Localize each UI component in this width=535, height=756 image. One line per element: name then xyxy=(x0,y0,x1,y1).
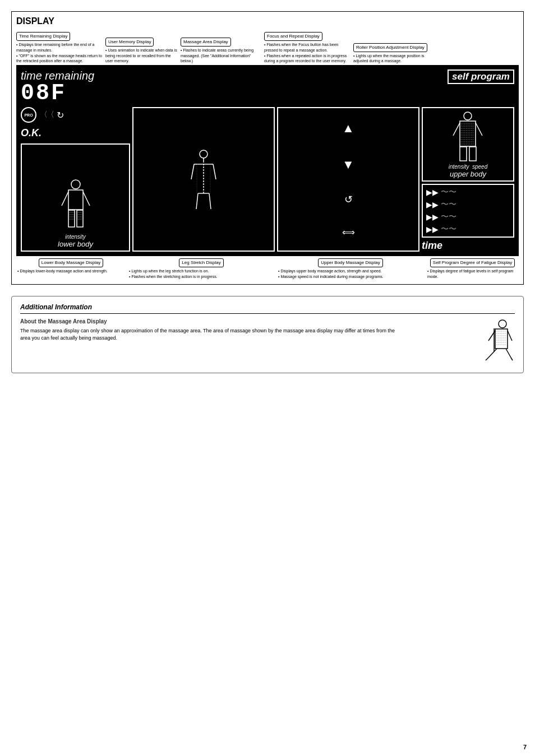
panel-right-area: intensity speed upper body ▶▶ 〜〜 ▶▶ 〜〜 xyxy=(422,107,514,252)
self-program-display-box: ▶▶ 〜〜 ▶▶ 〜〜 ▶▶ 〜〜 ▶▶ 〜〜 xyxy=(422,184,514,238)
down-arrow-icon: ▼ xyxy=(342,157,354,172)
svg-line-29 xyxy=(476,123,482,136)
intensity-lower-text: intensity xyxy=(65,234,86,240)
svg-rect-2 xyxy=(68,210,75,227)
svg-rect-3 xyxy=(77,210,83,227)
upper-body-figure xyxy=(450,110,486,164)
label-massage-area: Massage Area Display xyxy=(181,38,231,47)
annot-time-remaining: Time Remaining Display • Displays time r… xyxy=(16,32,103,64)
desc-leg-stretch: • Lights up when the leg stretch functio… xyxy=(128,268,275,280)
intensity-speed-text: intensity speed xyxy=(449,164,488,170)
desc-user-memory: • Uses animation to indicate when data i… xyxy=(105,48,178,64)
svg-line-47 xyxy=(511,358,513,360)
svg-line-46 xyxy=(486,358,488,360)
label-fatigue: Self Program Degree of Fatigue Display xyxy=(430,258,515,267)
bottom-annotations: Lower Body Massage Display • Displays lo… xyxy=(16,258,519,280)
display-title: DISPLAY xyxy=(16,16,519,26)
desc-fatigue: • Displays degree of fatigue levels in s… xyxy=(426,268,519,280)
svg-line-21 xyxy=(196,193,198,209)
sitting-figure-svg xyxy=(472,318,514,366)
sp-row-1: ▶▶ 〜〜 xyxy=(426,187,510,197)
sp-row-4: ▶▶ 〜〜 xyxy=(426,224,510,234)
lower-body-label: lower body xyxy=(58,240,93,248)
svg-line-43 xyxy=(508,331,512,341)
pro-badge: PRO xyxy=(21,107,36,123)
label-focus-repeat: Focus and Repeat Display xyxy=(264,32,322,41)
svg-rect-27 xyxy=(469,147,476,161)
panel-center-area: ▲ ▼ ↺ ⟺ xyxy=(132,107,419,252)
display-panel: time remaining 08F self program PRO xyxy=(16,65,519,256)
page-container: DISPLAY Time Remaining Display • Display… xyxy=(11,11,524,373)
label-lower-body: Lower Body Massage Display xyxy=(39,258,103,267)
annot-focus-repeat: Focus and Repeat Display • Flashes when … xyxy=(264,32,351,64)
annot-leg-stretch: Leg Stretch Display • Lights up when the… xyxy=(128,258,275,280)
page-number: 7 xyxy=(523,744,527,750)
label-user-memory: User Memory Display xyxy=(105,38,154,47)
label-time-remaining: Time Remaining Display xyxy=(16,32,70,41)
user-memory-area: PRO 〈〈 ↻ xyxy=(21,107,130,123)
panel-left-area: PRO 〈〈 ↻ O.K. xyxy=(21,107,130,252)
svg-point-24 xyxy=(464,112,472,120)
svg-rect-1 xyxy=(68,190,83,210)
additional-info-figure xyxy=(470,318,515,366)
time-text: time xyxy=(422,240,514,252)
desc-roller-position: • Lights up when the massage position is… xyxy=(353,53,432,64)
svg-rect-25 xyxy=(460,121,476,146)
additional-info-body: The massage area display can only show a… xyxy=(20,327,402,342)
svg-line-22 xyxy=(209,193,211,209)
additional-info-text-area: About the Massage Area Display The massa… xyxy=(20,318,464,366)
panel-top-row: time remaining 08F self program xyxy=(21,69,514,105)
svg-point-40 xyxy=(499,320,506,328)
self-program-text: self program xyxy=(448,69,514,84)
svg-rect-26 xyxy=(460,147,467,161)
up-arrow-icon: ▲ xyxy=(342,121,354,136)
massage-area-figure xyxy=(188,149,219,210)
svg-point-14 xyxy=(200,150,207,158)
display-section: DISPLAY Time Remaining Display • Display… xyxy=(11,11,524,285)
additional-info-title: Additional Information xyxy=(20,303,515,314)
annot-lower-body-bottom: Lower Body Massage Display • Displays lo… xyxy=(16,258,126,280)
desc-lower-body: • Displays lower-body massage action and… xyxy=(16,268,126,274)
digit-display: 08F xyxy=(21,82,94,105)
desc-massage-area: • Flashes to indicate areas currently be… xyxy=(181,48,262,64)
panel-left-top: time remaining 08F xyxy=(21,69,94,105)
upper-body-panel: intensity speed upper body xyxy=(422,107,514,182)
annot-upper-body-bottom: Upper Body Massage Display • Displays up… xyxy=(277,258,424,280)
center-displays: ▲ ▼ ↺ ⟺ xyxy=(132,107,419,252)
leftright-icon: ⟺ xyxy=(342,227,355,238)
svg-line-18 xyxy=(191,164,194,179)
additional-info-subtitle: About the Massage Area Display xyxy=(20,318,464,324)
svg-line-28 xyxy=(453,123,460,136)
sp-row-2: ▶▶ 〜〜 xyxy=(426,200,510,210)
sp-row-3: ▶▶ 〜〜 xyxy=(426,212,510,222)
upper-body-panel-label: upper body xyxy=(450,170,486,178)
desc-time-remaining: • Displays time remaining before the end… xyxy=(16,42,103,64)
svg-line-4 xyxy=(62,192,68,206)
additional-info-body-area: About the Massage Area Display The massa… xyxy=(20,318,515,366)
panel-mid: PRO 〈〈 ↻ O.K. xyxy=(21,107,514,252)
desc-focus-repeat: • Flashes when the Focus button has been… xyxy=(264,42,351,64)
lower-body-figure-svg xyxy=(56,178,95,234)
svg-line-45 xyxy=(506,349,511,358)
refresh-icon: ↻ xyxy=(57,110,64,120)
svg-rect-41 xyxy=(495,329,508,349)
self-program-box: self program xyxy=(448,69,514,105)
svg-point-0 xyxy=(71,180,80,189)
animation-lines: 〈〈 xyxy=(40,110,53,120)
ok-text: O.K. xyxy=(21,127,130,139)
lower-body-silhouette: intensity lower body xyxy=(21,143,130,252)
focus-repeat-panel: ▲ ▼ ↺ ⟺ xyxy=(277,107,419,252)
annot-massage-area: Massage Area Display • Flashes to indica… xyxy=(181,38,262,64)
svg-line-5 xyxy=(83,192,90,206)
label-roller-position: Roller Position Adjustment Display xyxy=(353,43,427,52)
repeat-icon: ↺ xyxy=(344,193,353,206)
additional-info-section: Additional Information About the Massage… xyxy=(11,296,524,373)
annot-fatigue: Self Program Degree of Fatigue Display •… xyxy=(426,258,519,280)
svg-line-44 xyxy=(488,349,497,358)
annot-roller-position: Roller Position Adjustment Display • Lig… xyxy=(353,43,432,64)
annot-user-memory: User Memory Display • Uses animation to … xyxy=(105,38,178,64)
desc-upper-body: • Displays upper body massage action, st… xyxy=(277,268,424,280)
massage-area-panel xyxy=(132,107,275,252)
svg-line-19 xyxy=(213,164,216,179)
label-leg-stretch: Leg Stretch Display xyxy=(179,258,223,267)
